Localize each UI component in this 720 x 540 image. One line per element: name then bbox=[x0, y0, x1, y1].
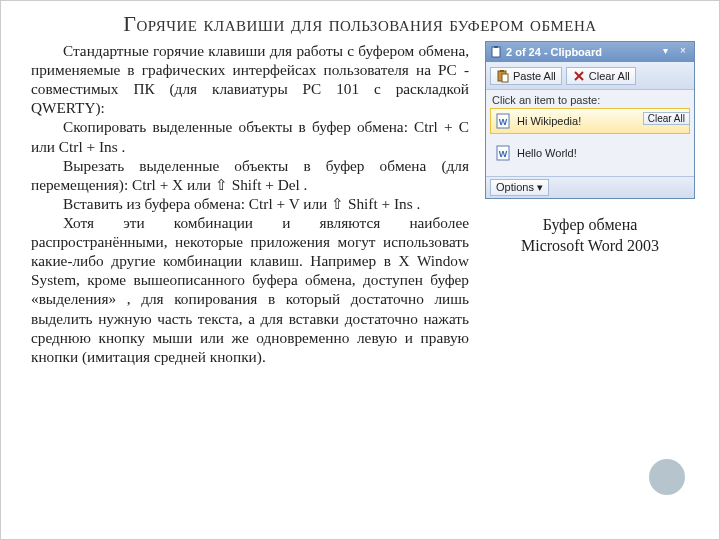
body-text: Стандартные горячие клавиши для работы с… bbox=[31, 41, 469, 366]
svg-rect-3 bbox=[500, 70, 504, 72]
minimize-icon[interactable]: ▾ bbox=[658, 45, 672, 59]
clip-item[interactable]: W Hello World! bbox=[490, 140, 690, 166]
content-row: Стандартные горячие клавиши для работы с… bbox=[1, 41, 719, 366]
para-1: Стандартные горячие клавиши для работы с… bbox=[31, 41, 469, 117]
close-icon[interactable]: × bbox=[676, 45, 690, 59]
svg-text:W: W bbox=[499, 149, 508, 159]
clear-all-label: Clear All bbox=[589, 70, 630, 82]
clipboard-hint: Click an item to paste: bbox=[486, 90, 694, 108]
mini-clear-button[interactable]: Clear All bbox=[643, 112, 690, 125]
word-doc-icon: W bbox=[495, 145, 511, 161]
clear-all-button[interactable]: Clear All bbox=[566, 67, 636, 85]
clipboard-icon bbox=[490, 46, 502, 58]
clip-item-text: Hi Wikipedia! bbox=[517, 115, 581, 127]
word-doc-icon: W bbox=[495, 113, 511, 129]
para-4: Вставить из буфера обмена: Ctrl + V или … bbox=[31, 194, 469, 213]
paste-all-button[interactable]: Paste All bbox=[490, 67, 562, 85]
paste-all-label: Paste All bbox=[513, 70, 556, 82]
speech-bubble-icon bbox=[649, 459, 685, 495]
svg-rect-0 bbox=[492, 47, 500, 57]
clipboard-toolbar: Paste All Clear All bbox=[486, 62, 694, 90]
caption-line-1: Буфер обмена bbox=[485, 215, 695, 236]
clipboard-pane: 2 of 24 - Clipboard ▾ × Paste All Clear … bbox=[485, 41, 695, 199]
options-button[interactable]: Options ▾ bbox=[490, 179, 549, 196]
figure-caption: Буфер обмена Microsoft Word 2003 bbox=[485, 215, 695, 257]
clip-item-text: Hello World! bbox=[517, 147, 577, 159]
clipboard-footer: Options ▾ bbox=[486, 176, 694, 198]
clipboard-header: 2 of 24 - Clipboard ▾ × bbox=[486, 42, 694, 62]
page-title: Горячие клавиши для пользования буфером … bbox=[1, 1, 719, 41]
caption-line-2: Microsoft Word 2003 bbox=[485, 236, 695, 257]
clear-icon bbox=[572, 69, 586, 83]
paste-icon bbox=[496, 69, 510, 83]
para-2: Скопировать выделенные объекты в буфер о… bbox=[31, 117, 469, 155]
para-5: Хотя эти комбинации и являются наиболее … bbox=[31, 213, 469, 366]
svg-text:W: W bbox=[499, 117, 508, 127]
figure-column: 2 of 24 - Clipboard ▾ × Paste All Clear … bbox=[485, 41, 695, 366]
para-3: Вырезать выделенные объекты в буфер обме… bbox=[31, 156, 469, 194]
svg-rect-1 bbox=[494, 46, 498, 48]
clipboard-title: 2 of 24 - Clipboard bbox=[506, 46, 654, 58]
clipboard-items: Clear All W Hi Wikipedia! W Hello World! bbox=[486, 108, 694, 176]
svg-rect-4 bbox=[502, 74, 508, 82]
